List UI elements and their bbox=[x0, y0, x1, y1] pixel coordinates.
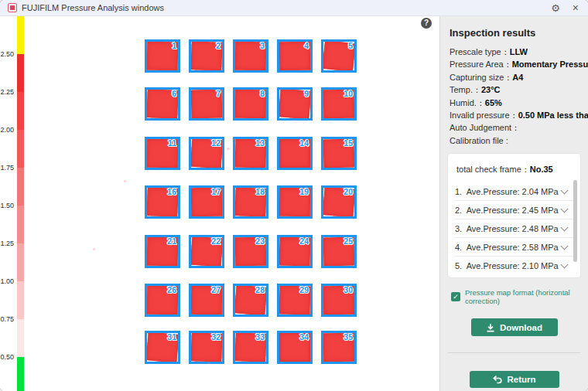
pressure-mark[interactable]: 30 bbox=[321, 284, 357, 317]
pressure-mark[interactable]: 15 bbox=[321, 137, 357, 170]
info-line: Auto Judgement： bbox=[450, 121, 580, 134]
pressure-mark[interactable]: 21 bbox=[145, 235, 180, 268]
pressure-mark[interactable]: 12 bbox=[189, 137, 224, 170]
mark-number: 8 bbox=[260, 89, 265, 98]
pressure-mark[interactable]: 28 bbox=[233, 284, 268, 317]
download-icon bbox=[486, 323, 495, 332]
pressure-list-row[interactable]: 4. Ave.Pressure: 2.58 MPa bbox=[455, 237, 573, 256]
pressure-list-row[interactable]: 1. Ave.Pressure: 2.04 MPa bbox=[455, 182, 573, 200]
mark-number: 34 bbox=[299, 332, 309, 342]
pressure-map-format-checkbox-row[interactable]: ✓ Pressure map format (horizontal correc… bbox=[451, 288, 580, 305]
pressure-mark[interactable]: 3 bbox=[233, 39, 268, 73]
pressure-mark[interactable]: 19 bbox=[277, 185, 313, 219]
pressure-mark[interactable]: 20 bbox=[321, 185, 357, 219]
pressure-mark[interactable]: 17 bbox=[189, 185, 224, 219]
pressure-mark[interactable]: 6 bbox=[145, 87, 180, 121]
pressure-mark[interactable]: 23 bbox=[233, 235, 268, 268]
pressure-list-row[interactable]: 3. Ave.Pressure: 2.48 MPa bbox=[455, 219, 573, 237]
pressure-mark[interactable]: 5 bbox=[321, 39, 357, 73]
pressure-mark[interactable]: 11 bbox=[145, 137, 180, 170]
row-label: 3. Ave.Pressure: 2.48 MPa bbox=[455, 224, 559, 233]
pressure-mark[interactable]: 16 bbox=[145, 185, 180, 219]
pressure-mark[interactable]: 25 bbox=[321, 235, 357, 268]
ink-speckle bbox=[207, 362, 210, 364]
ink-speckle bbox=[124, 180, 126, 182]
close-icon[interactable]: × bbox=[573, 2, 579, 13]
mark-number: 13 bbox=[255, 138, 265, 148]
mark-number: 20 bbox=[344, 187, 353, 196]
mark-number: 10 bbox=[344, 89, 353, 98]
mark-number: 17 bbox=[211, 187, 220, 196]
pressure-mark[interactable]: 22 bbox=[189, 235, 224, 268]
download-button-label: Download bbox=[500, 323, 542, 332]
mark-number: 23 bbox=[255, 236, 265, 246]
mark-number: 24 bbox=[299, 236, 309, 246]
pressure-mark[interactable]: 4 bbox=[277, 39, 313, 73]
return-arrow-icon bbox=[492, 375, 502, 384]
mark-number: 31 bbox=[167, 332, 176, 342]
mark-number: 32 bbox=[211, 332, 220, 342]
settings-gear-icon[interactable]: ⚙ bbox=[551, 3, 560, 13]
mark-number: 25 bbox=[344, 236, 353, 246]
info-line: Temp.：23°C bbox=[450, 83, 580, 96]
pressure-viewer: 2.502.252.001.751.501.251.000.750.50 ? 1… bbox=[0, 16, 439, 391]
titlebar-controls: ⚙ × bbox=[551, 2, 580, 13]
download-button[interactable]: Download bbox=[471, 318, 558, 336]
fujifilm-app-icon bbox=[8, 3, 17, 12]
info-value: 0.50 MPa less than bbox=[518, 110, 588, 120]
pressure-mark[interactable]: 7 bbox=[189, 87, 224, 121]
pressure-mark[interactable]: 2 bbox=[189, 39, 224, 73]
pressure-mark[interactable]: 27 bbox=[189, 284, 224, 317]
info-line: Calibration file : bbox=[450, 134, 580, 147]
mark-number: 3 bbox=[260, 41, 265, 50]
info-value: LLW bbox=[510, 47, 528, 56]
mark-number: 2 bbox=[216, 41, 220, 50]
return-button[interactable]: Return bbox=[470, 371, 559, 388]
info-value: 65% bbox=[485, 98, 502, 107]
mark-number: 4 bbox=[304, 41, 309, 50]
mark-number: 30 bbox=[344, 285, 353, 294]
results-card: total check frame：No.35 1. Ave.Pressure:… bbox=[448, 154, 580, 277]
checkbox-checked-icon[interactable]: ✓ bbox=[451, 292, 460, 301]
total-check-frame: total check frame：No.35 bbox=[456, 164, 573, 175]
pressure-mark[interactable]: 9 bbox=[277, 87, 313, 121]
mark-number: 5 bbox=[348, 41, 353, 50]
chevron-down-icon[interactable] bbox=[561, 186, 569, 194]
pressure-mark[interactable]: 35 bbox=[321, 331, 357, 364]
info-line: Pressure Area：Momentary Pressure bbox=[450, 58, 580, 70]
pressure-list-row[interactable]: 2. Ave.Pressure: 2.45 MPa bbox=[455, 200, 573, 219]
info-value: A4 bbox=[512, 73, 523, 82]
pressure-mark[interactable]: 13 bbox=[233, 137, 268, 170]
pressure-list-row[interactable]: 5. Ave.Pressure: 2.10 MPa bbox=[455, 256, 573, 274]
total-check-frame-label: total check frame： bbox=[456, 165, 530, 174]
mark-number: 26 bbox=[167, 285, 176, 294]
mark-number: 27 bbox=[211, 285, 220, 294]
pressure-mark[interactable]: 8 bbox=[233, 87, 268, 121]
pressure-mark[interactable]: 10 bbox=[321, 87, 357, 121]
pressure-mark[interactable]: 1 bbox=[145, 39, 180, 73]
ink-speckle bbox=[232, 138, 234, 140]
checkbox-label: Pressure map format (horizontal correcti… bbox=[465, 288, 580, 305]
mark-number: 16 bbox=[167, 187, 176, 196]
info-line: Humid.：65% bbox=[450, 97, 580, 109]
pressure-mark[interactable]: 33 bbox=[233, 331, 268, 364]
chevron-down-icon[interactable] bbox=[561, 242, 569, 250]
return-button-label: Return bbox=[507, 375, 535, 384]
pressure-mark[interactable]: 14 bbox=[277, 137, 313, 170]
scrollbar[interactable] bbox=[573, 180, 577, 262]
info-value: 23°C bbox=[481, 85, 501, 94]
pressure-mark[interactable]: 34 bbox=[277, 331, 313, 364]
chevron-down-icon[interactable] bbox=[561, 223, 569, 231]
pressure-mark[interactable]: 29 bbox=[277, 284, 313, 317]
pressure-mark[interactable]: 32 bbox=[189, 331, 224, 364]
ink-speckle bbox=[93, 248, 95, 250]
chevron-down-icon[interactable] bbox=[561, 260, 569, 268]
pressure-mark[interactable]: 26 bbox=[145, 284, 180, 317]
marks-grid: 1234567891011121314151617181920212223242… bbox=[0, 16, 439, 391]
info-line: Invalid pressure：0.50 MPa less than bbox=[450, 109, 580, 121]
pressure-mark[interactable]: 31 bbox=[145, 331, 180, 364]
total-check-frame-value: No.35 bbox=[530, 165, 553, 174]
chevron-down-icon[interactable] bbox=[561, 205, 569, 212]
pressure-mark[interactable]: 24 bbox=[277, 235, 313, 268]
pressure-mark[interactable]: 18 bbox=[233, 185, 268, 219]
